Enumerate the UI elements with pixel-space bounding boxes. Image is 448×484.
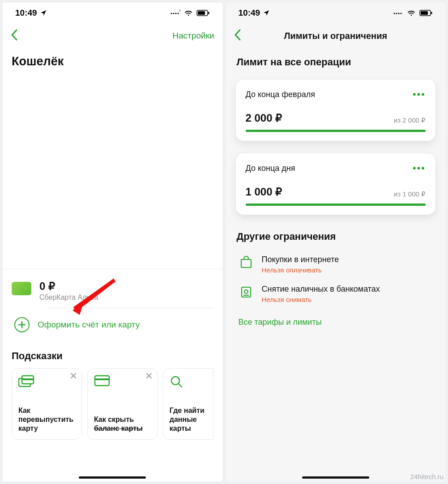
battery-icon xyxy=(196,10,210,16)
plus-circle-icon xyxy=(14,317,30,332)
restriction-internet[interactable]: Покупки в интернете Нельзя оплачивать xyxy=(226,250,446,279)
restriction-sub: Нельзя оплачивать xyxy=(262,266,339,274)
svg-point-17 xyxy=(396,13,397,14)
svg-rect-21 xyxy=(421,11,428,15)
settings-link[interactable]: Настройки xyxy=(172,31,214,41)
svg-rect-7 xyxy=(208,12,209,14)
restriction-title: Снятие наличных в банкоматах xyxy=(262,284,380,294)
svg-rect-12 xyxy=(95,378,109,380)
wifi-icon xyxy=(184,10,193,16)
suggestions-title: Подсказки xyxy=(3,340,222,368)
limit-period: До конца февраля xyxy=(246,90,315,99)
limit-amount: 1 000 ₽ xyxy=(246,186,282,198)
suggestion-text: Как перевыпустить карту xyxy=(18,406,75,433)
svg-point-19 xyxy=(400,13,401,14)
page-title: Кошелёк xyxy=(3,48,222,76)
svg-rect-6 xyxy=(198,11,205,15)
back-button[interactable] xyxy=(11,29,25,42)
limit-card-day[interactable]: До конца дня ••• 1 000 ₽ из 1 000 ₽ xyxy=(236,153,436,215)
svg-point-18 xyxy=(398,13,399,14)
location-arrow-icon xyxy=(40,9,47,17)
more-dots-icon[interactable]: ••• xyxy=(413,89,426,99)
suggestion-card[interactable]: Где найти данные карты xyxy=(163,368,213,440)
svg-text:!: ! xyxy=(179,10,180,13)
restriction-sub: Нельзя снимать xyxy=(262,296,380,303)
status-bar: 10:49 ! xyxy=(3,3,222,23)
location-arrow-icon xyxy=(263,9,270,17)
cards-stack-icon xyxy=(18,375,75,390)
nav-bar: Настройки xyxy=(3,23,222,48)
svg-point-3 xyxy=(177,13,179,14)
svg-rect-10 xyxy=(22,378,34,380)
card-balance: 0 ₽ xyxy=(39,280,98,293)
status-time: 10:49 xyxy=(15,8,37,18)
svg-point-0 xyxy=(171,13,172,14)
limit-card-month[interactable]: До конца февраля ••• 2 000 ₽ из 2 000 ₽ xyxy=(236,80,436,141)
section-title-other: Другие ограничения xyxy=(226,223,446,250)
restriction-title: Покупки в интернете xyxy=(262,255,339,264)
home-indicator[interactable] xyxy=(302,476,369,479)
screen-wallet: 10:49 ! xyxy=(3,3,222,481)
nav-bar: Лимиты и ограничения xyxy=(226,23,446,48)
status-time: 10:49 xyxy=(239,8,260,18)
all-tariffs-link[interactable]: Все тарифы и лимиты xyxy=(226,309,446,336)
atm-icon xyxy=(239,284,254,300)
watermark: 24hitech.ru xyxy=(410,473,444,480)
limit-of: из 1 000 ₽ xyxy=(394,190,426,198)
home-indicator[interactable] xyxy=(79,476,146,479)
screen-limits: 10:49 xyxy=(226,3,446,481)
svg-rect-22 xyxy=(431,12,432,14)
suggestion-text: Как скрыть баланс карты xyxy=(94,415,151,433)
svg-rect-23 xyxy=(241,259,251,267)
cellular-icon: ! xyxy=(171,10,180,16)
suggestion-card[interactable]: Как перевыпустить карту xyxy=(12,368,82,440)
svg-point-1 xyxy=(173,13,174,14)
shopping-bag-icon xyxy=(239,255,254,270)
limit-amount: 2 000 ₽ xyxy=(246,112,282,124)
suggestion-card[interactable]: Как скрыть баланс карты xyxy=(87,368,158,440)
add-account-button[interactable]: Оформить счёт или карту xyxy=(12,308,213,340)
restriction-atm[interactable]: Снятие наличных в банкоматах Нельзя сним… xyxy=(226,279,446,309)
status-bar: 10:49 xyxy=(226,3,446,23)
svg-point-2 xyxy=(175,13,176,14)
limit-of: из 2 000 ₽ xyxy=(394,116,426,124)
back-button[interactable] xyxy=(234,29,248,42)
search-icon xyxy=(170,375,207,390)
add-account-label: Оформить счёт или карту xyxy=(38,320,140,330)
suggestions-row[interactable]: Как перевыпустить карту Как скрыть балан… xyxy=(3,368,222,440)
limit-period: До конца дня xyxy=(246,164,295,173)
card-row[interactable]: 0 ₽ СберКарта Алиса xyxy=(12,276,213,308)
battery-icon xyxy=(419,10,433,16)
section-title: Лимит на все операции xyxy=(226,48,446,75)
cellular-icon xyxy=(393,10,403,16)
svg-point-25 xyxy=(244,290,248,293)
nav-title: Лимиты и ограничения xyxy=(248,31,423,41)
wifi-icon xyxy=(407,10,416,16)
limit-progress xyxy=(246,204,426,206)
more-dots-icon[interactable]: ••• xyxy=(413,163,426,173)
card-icon xyxy=(94,375,151,388)
svg-rect-11 xyxy=(95,376,109,386)
limit-progress xyxy=(246,130,426,132)
close-icon[interactable] xyxy=(70,372,77,381)
close-icon[interactable] xyxy=(145,372,153,381)
card-icon xyxy=(12,282,31,295)
suggestion-text: Где найти данные карты xyxy=(170,406,207,433)
card-name: СберКарта Алиса xyxy=(39,293,98,301)
svg-point-16 xyxy=(393,13,395,14)
